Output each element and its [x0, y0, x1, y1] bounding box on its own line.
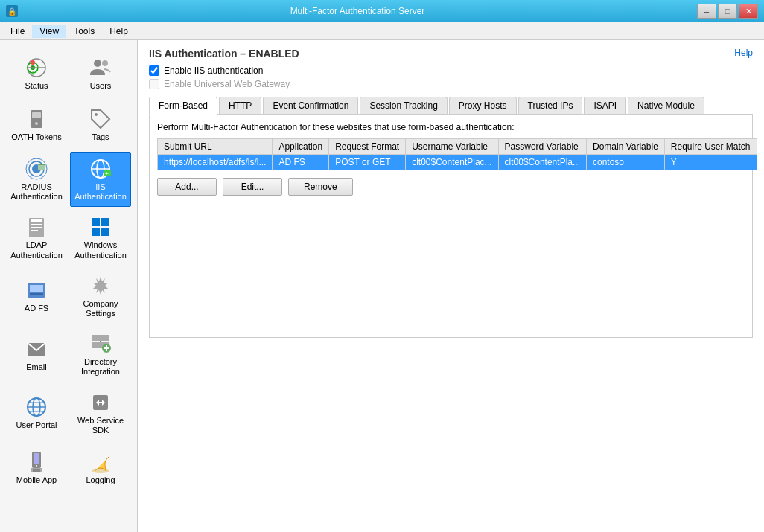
maximize-button[interactable]: □: [718, 4, 737, 19]
email-icon: [25, 337, 48, 361]
tab-form-based[interactable]: Form-Based: [149, 97, 217, 115]
svg-rect-30: [92, 228, 100, 236]
svg-rect-49: [99, 402, 102, 403]
window-controls: – □ ✕: [697, 4, 758, 19]
company-settings-icon: [89, 274, 112, 298]
col-submit-url: Submit URL: [158, 139, 273, 155]
col-domain-variable: Domain Variable: [586, 139, 664, 155]
sidebar-item-radius-auth[interactable]: RADIUS Authentication: [6, 152, 67, 207]
sidebar-label-logging: Logging: [86, 475, 115, 485]
sidebar-label-users: Users: [90, 81, 112, 91]
iis-icon: [89, 157, 112, 181]
enable-gateway-label: Enable Universal Web Gateway: [164, 79, 290, 89]
tab-proxy-hosts[interactable]: Proxy Hosts: [449, 97, 517, 114]
sidebar-item-company-settings[interactable]: Company Settings: [70, 269, 131, 324]
sidebar-item-logging[interactable]: Logging: [70, 443, 131, 492]
svg-rect-37: [92, 335, 109, 341]
help-link[interactable]: Help: [734, 48, 753, 58]
sidebar-item-web-service-sdk[interactable]: Web Service SDK: [70, 385, 131, 440]
svg-rect-53: [31, 468, 42, 472]
sidebar-item-mobile-app[interactable]: Mobile App: [6, 443, 67, 492]
sidebar-item-ad-fs[interactable]: AD FS: [6, 269, 67, 324]
menu-view[interactable]: View: [32, 25, 66, 38]
windows-icon: [89, 215, 112, 239]
sidebar-item-email[interactable]: Email: [6, 327, 67, 382]
sidebar-label-tags: Tags: [92, 132, 109, 142]
svg-rect-29: [101, 218, 109, 226]
sidebar-label-ad-fs: AD FS: [25, 304, 48, 313]
svg-point-7: [102, 60, 108, 66]
svg-point-10: [35, 122, 38, 125]
svg-rect-34: [30, 293, 43, 295]
svg-point-56: [92, 469, 109, 473]
tab-native-module[interactable]: Native Module: [628, 97, 704, 114]
table-row[interactable]: https://localhost/adfs/ls/l...AD FSPOST …: [158, 155, 757, 170]
sidebar-item-oath-tokens[interactable]: OATH Tokens: [6, 100, 67, 149]
tab-trusted-ips[interactable]: Trusted IPs: [518, 97, 583, 114]
sidebar-item-directory-integration[interactable]: Directory Integration: [70, 327, 131, 382]
tab-session-tracking[interactable]: Session Tracking: [360, 97, 447, 114]
sidebar-item-users[interactable]: Users: [70, 49, 131, 97]
sidebar-label-oath-tokens: OATH Tokens: [11, 132, 61, 142]
users-icon: [89, 56, 112, 80]
titlebar: Multi-Factor Authentication Server – □ ✕: [0, 0, 764, 22]
edit-button[interactable]: Edit...: [223, 178, 282, 196]
svg-rect-9: [32, 112, 41, 118]
add-button[interactable]: Add...: [157, 178, 217, 196]
menu-file[interactable]: File: [3, 25, 32, 38]
sidebar-item-user-portal[interactable]: User Portal: [6, 385, 67, 440]
sidebar-label-company-settings: Company Settings: [74, 299, 127, 318]
sidebar: Status Users: [0, 40, 138, 532]
sidebar-label-iis-auth: IIS Authentication: [74, 182, 127, 202]
oath-icon: [25, 107, 48, 131]
sidebar-item-iis-auth[interactable]: IIS Authentication: [70, 152, 131, 207]
tab-description: Perform Multi-Factor Authentication for …: [157, 122, 745, 132]
menu-help[interactable]: Help: [102, 25, 136, 38]
tab-http[interactable]: HTTP: [219, 97, 261, 114]
svg-point-52: [36, 465, 37, 467]
tabs-header: Form-Based HTTP Event Confirmation Sessi…: [149, 97, 753, 115]
col-application: Application: [273, 139, 329, 155]
remove-button[interactable]: Remove: [288, 178, 353, 196]
menubar: File View Tools Help: [0, 22, 764, 40]
enable-gateway-checkbox[interactable]: [149, 79, 159, 89]
sidebar-item-tags[interactable]: Tags: [70, 100, 131, 149]
user-portal-icon: [25, 395, 48, 419]
col-password-variable: Password Variable: [498, 139, 586, 155]
sidebar-item-windows-auth[interactable]: Windows Authentication: [70, 210, 131, 265]
content-title: IIS Authentication – ENABLED: [149, 48, 299, 60]
enable-iis-label: Enable IIS authentication: [164, 65, 263, 76]
svg-rect-51: [34, 453, 39, 464]
svg-rect-33: [30, 285, 43, 292]
sidebar-label-email: Email: [26, 362, 47, 372]
svg-rect-25: [31, 224, 42, 225]
minimize-button[interactable]: –: [697, 4, 716, 19]
tab-event-confirmation[interactable]: Event Confirmation: [263, 97, 358, 114]
content-header: IIS Authentication – ENABLED Help: [149, 48, 753, 60]
svg-rect-27: [31, 230, 38, 231]
tab-isapi[interactable]: ISAPI: [584, 97, 626, 114]
sidebar-item-ldap-auth[interactable]: LDAP Authentication: [6, 210, 67, 265]
status-icon: [25, 56, 48, 80]
sidebar-label-windows-auth: Windows Authentication: [74, 240, 127, 260]
enable-iis-checkbox[interactable]: [149, 65, 159, 76]
logging-icon: [89, 450, 112, 474]
tags-icon: [89, 107, 112, 131]
svg-rect-28: [92, 218, 100, 226]
svg-rect-24: [31, 219, 42, 222]
sidebar-label-ldap-auth: LDAP Authentication: [10, 240, 63, 260]
web-service-sdk-icon: [89, 391, 112, 414]
mobile-app-icon: [25, 450, 48, 474]
menu-tools[interactable]: Tools: [66, 25, 102, 38]
col-require-user-match: Require User Match: [664, 139, 757, 155]
tab-content-form-based: Perform Multi-Factor Authentication for …: [149, 115, 753, 338]
sidebar-label-web-service-sdk: Web Service SDK: [74, 416, 127, 435]
sidebar-grid: Status Users: [0, 46, 137, 495]
window-title: Multi-Factor Authentication Server: [18, 6, 697, 16]
ldap-icon: [25, 215, 48, 239]
close-button[interactable]: ✕: [739, 4, 758, 19]
sidebar-item-status[interactable]: Status: [6, 49, 67, 97]
svg-point-6: [94, 60, 101, 67]
col-username-variable: Username Variable: [406, 139, 498, 155]
button-row: Add... Edit... Remove: [157, 178, 745, 196]
